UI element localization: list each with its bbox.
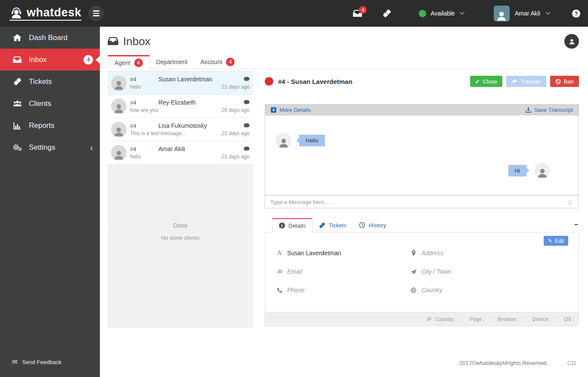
field-address: Address [410, 249, 568, 256]
help-button[interactable]: ? [572, 9, 580, 18]
ticket-icon [12, 77, 22, 86]
gears-icon [12, 144, 22, 151]
ticket-icon [383, 9, 391, 18]
sidebar-item-reports[interactable]: Reports [0, 114, 100, 136]
save-transcript-label: Save Transcript [534, 107, 573, 113]
chat-panel: #4 - Susan Laverdetman ✔ Close Transfer [265, 71, 579, 366]
chat-time: 25 days ago [222, 107, 250, 113]
tab-account[interactable]: Account 4 [194, 55, 241, 69]
paper-plane-icon [410, 269, 417, 275]
sidebar-item-label: Tickets [29, 77, 52, 86]
navbar-right: 4 Available Amar Akli ? [353, 6, 588, 22]
more-details-button[interactable]: + More Details [271, 107, 311, 113]
field-country: Country [410, 287, 568, 294]
chat-name: Amar Akili [158, 145, 244, 152]
list-item[interactable]: #4 Lisa Fukumotosky This is a test messa… [108, 118, 253, 141]
sidebar-item-clients[interactable]: Clients [0, 93, 100, 114]
brand-logo[interactable]: whatdesk [9, 6, 81, 21]
chat-time: 21 days ago [222, 84, 250, 90]
sidebar: Dash Board Inbox 4 Tickets Clients Repor… [0, 27, 100, 377]
message-history: Hello Hi [265, 115, 579, 195]
ban-button[interactable]: Ban [550, 76, 579, 87]
bar-chart-icon [12, 122, 22, 130]
sidebar-item-label: Dash Board [29, 34, 68, 42]
tab-agent[interactable]: Agent 4 [108, 55, 150, 69]
field-name-value: Susan Laverdetman [287, 250, 341, 256]
inbox-notifications-button[interactable]: 4 [353, 10, 362, 17]
phone-icon [276, 287, 283, 293]
clock-icon [359, 222, 365, 228]
close-button[interactable]: ✔ Close [470, 76, 502, 87]
close-label: Close [483, 78, 497, 85]
done-empty-text: No done clients [108, 235, 253, 241]
send-feedback-label: Send Feedback [22, 359, 62, 365]
tab-history[interactable]: History [353, 218, 392, 232]
collapse-button[interactable]: − [574, 221, 578, 229]
chat-preview: hello [130, 154, 222, 160]
tickets-button[interactable] [383, 9, 391, 18]
chat-id: #4 [130, 99, 158, 106]
message-bubble: Hello [299, 135, 325, 146]
transfer-button[interactable]: Transfer [506, 76, 546, 87]
chat-id: #4 [130, 123, 158, 129]
avatar [534, 163, 550, 179]
availability-dropdown[interactable]: Available [419, 10, 464, 17]
brand-name: whatdesk [27, 6, 81, 19]
message-received: Hello [275, 133, 325, 148]
field-email: ✉ Email [276, 268, 410, 275]
emoji-icon[interactable]: ☺ [567, 198, 573, 206]
sidebar-item-label: Inbox [29, 56, 47, 64]
chat-preview: hello [130, 84, 222, 90]
tab-label: Tickets [329, 222, 347, 229]
tab-details[interactable]: i Details [272, 218, 313, 232]
chat-id: #4 [130, 146, 158, 152]
save-transcript-button[interactable]: Save Transcript [526, 107, 573, 113]
message-bubble: Hi [508, 165, 526, 176]
comment-icon [244, 123, 250, 128]
main-content: Inbox Agent 4 Department Account 4 [100, 0, 588, 366]
users-icon [12, 100, 22, 107]
avatar [111, 145, 127, 161]
page-title-text: Inbox [123, 35, 151, 48]
envelope-icon: ✉ [276, 268, 283, 275]
chat-header: #4 - Susan Laverdetman ✔ Close Transfer [265, 74, 579, 89]
field-city-label: City / Town [421, 268, 451, 275]
font-a-icon: A [276, 249, 283, 256]
avatar [111, 99, 127, 114]
user-menu-dropdown[interactable]: Amar Akli [494, 6, 550, 22]
list-item[interactable]: #4 Amar Akili hello 21 days ago [108, 141, 253, 164]
message-input[interactable] [270, 199, 567, 205]
menu-toggle-button[interactable] [88, 6, 104, 21]
comment-icon [244, 146, 250, 151]
ban-icon [555, 79, 561, 84]
avatar [111, 75, 127, 91]
sidebar-item-inbox[interactable]: Inbox 4 [0, 49, 100, 71]
edit-label: Edit [555, 238, 564, 244]
meta-device: Device : [532, 316, 551, 322]
tab-department[interactable]: Department [150, 55, 194, 69]
more-details-label: More Details [279, 107, 311, 113]
sidebar-item-dashboard[interactable]: Dash Board [0, 27, 100, 49]
page-title: Inbox [108, 35, 151, 48]
send-feedback-button[interactable]: ✉ Send Feedback [12, 358, 62, 366]
version-code: C11 [567, 360, 576, 366]
user-name: Amar Akli [515, 10, 540, 17]
chevron-left-icon: ‹ [90, 143, 93, 152]
user-panel-toggle-button[interactable] [564, 34, 579, 49]
field-name: A Susan Laverdetman [276, 249, 410, 256]
map-marker-icon [410, 250, 417, 256]
field-city: City / Town [410, 268, 568, 275]
sidebar-item-settings[interactable]: Settings ‹ [0, 136, 100, 158]
list-item[interactable]: #4 Susan Laverdetman hello 21 days ago [108, 71, 253, 95]
check-icon: ✔ [475, 78, 480, 85]
status-dot-icon [419, 10, 426, 17]
badge: 4 [84, 55, 93, 65]
list-item[interactable]: #4 Rey Elizabeth how are you 25 days ago [108, 95, 253, 118]
tab-tickets[interactable]: Tickets [313, 218, 353, 232]
inbox-badge: 4 [359, 6, 367, 14]
info-icon: i [279, 222, 285, 229]
edit-button[interactable]: ✎ Edit [544, 236, 568, 246]
meta-ip-country: IP : Country : [427, 316, 457, 322]
ticket-icon [319, 222, 325, 229]
sidebar-item-tickets[interactable]: Tickets [0, 71, 100, 93]
